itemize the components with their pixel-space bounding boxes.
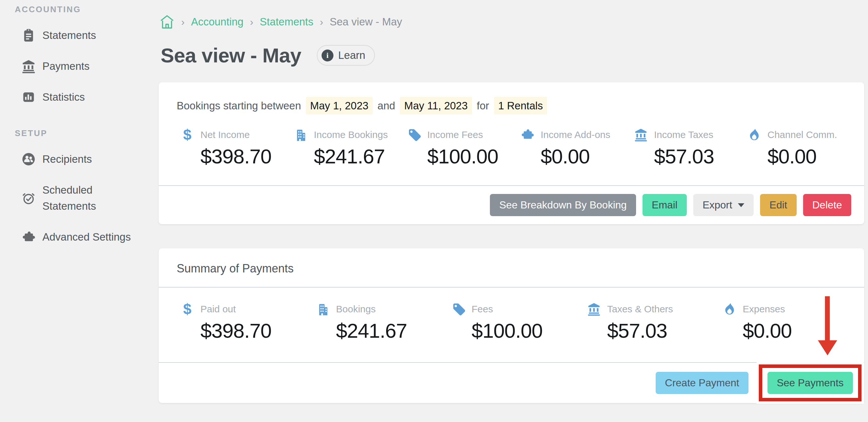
info-icon: i bbox=[321, 50, 334, 61]
alarm-clock-icon bbox=[21, 190, 36, 206]
caret-down-icon bbox=[738, 203, 744, 207]
statement-card: Bookings starting between May 1, 2023 an… bbox=[159, 82, 864, 224]
end-date-value: May 11, 2023 bbox=[400, 97, 472, 114]
statement-stats-row: $ Net Income $398.70 Income Bookings $24… bbox=[159, 114, 864, 168]
sidebar-item-statistics[interactable]: Statistics bbox=[21, 89, 157, 105]
sidebar-item-label: Statements bbox=[42, 27, 96, 44]
tag-icon bbox=[451, 302, 466, 316]
page-title: Sea view - May bbox=[161, 44, 301, 67]
stat-channel-commission: Channel Comm. $0.00 bbox=[747, 128, 860, 168]
payments-actions: Create Payment See Payments bbox=[159, 362, 864, 403]
start-date-value: May 1, 2023 bbox=[306, 97, 373, 114]
sidebar-item-advanced-settings[interactable]: Advanced Settings bbox=[21, 229, 157, 245]
statement-actions: See Breakdown By Booking Email Export Ed… bbox=[159, 186, 864, 224]
learn-button[interactable]: i Learn bbox=[317, 45, 375, 66]
chevron-separator: › bbox=[250, 16, 253, 28]
chevron-separator: › bbox=[320, 16, 323, 28]
stat-net-income: $ Net Income $398.70 bbox=[180, 128, 293, 168]
sidebar-item-recipients[interactable]: Recipients bbox=[21, 151, 157, 167]
puzzle-icon bbox=[520, 128, 535, 142]
payments-summary-card: Summary of Payments $ Paid out $398.70 B… bbox=[159, 248, 864, 403]
see-payments-button[interactable]: See Payments bbox=[768, 372, 853, 394]
puzzle-icon bbox=[21, 229, 36, 245]
red-arrow-annotation bbox=[825, 296, 830, 341]
intro-text: Bookings starting between bbox=[177, 100, 301, 112]
bank-icon bbox=[587, 302, 601, 316]
stat-paid-out: $ Paid out $398.70 bbox=[180, 302, 315, 342]
stat-expenses: Expenses $0.00 bbox=[722, 302, 858, 342]
bank-icon bbox=[633, 128, 648, 142]
delete-button[interactable]: Delete bbox=[803, 194, 851, 216]
sidebar-item-label: Payments bbox=[42, 58, 90, 74]
bar-chart-icon bbox=[21, 89, 36, 105]
sidebar-item-payments[interactable]: Payments bbox=[21, 58, 157, 74]
payments-stats-row: $ Paid out $398.70 Bookings $241.67 bbox=[159, 287, 864, 342]
stat-bookings: Bookings $241.67 bbox=[315, 302, 451, 342]
home-icon[interactable] bbox=[159, 15, 175, 29]
sidebar-item-label: Recipients bbox=[42, 151, 92, 167]
red-highlight-rectangle: See Payments bbox=[759, 364, 862, 401]
stat-fees: Fees $100.00 bbox=[451, 302, 587, 342]
sidebar: ACCOUNTING Statements Payments Statistic… bbox=[0, 0, 157, 422]
sidebar-section-accounting: ACCOUNTING bbox=[15, 4, 157, 15]
sidebar-item-label: Advanced Settings bbox=[42, 229, 131, 245]
statement-period-line: Bookings starting between May 1, 2023 an… bbox=[159, 82, 864, 114]
tag-icon bbox=[407, 128, 422, 142]
spacer bbox=[159, 342, 864, 362]
learn-button-label: Learn bbox=[338, 49, 365, 61]
red-arrow-head-icon bbox=[818, 340, 837, 356]
email-button[interactable]: Email bbox=[643, 194, 687, 216]
users-icon bbox=[21, 151, 36, 167]
flame-icon bbox=[722, 302, 737, 316]
dollar-icon: $ bbox=[180, 128, 195, 142]
sidebar-section-setup: SETUP bbox=[15, 128, 157, 138]
stat-income-taxes: Income Taxes $57.03 bbox=[633, 128, 747, 168]
stat-income-addons: Income Add-ons $0.00 bbox=[520, 128, 633, 168]
building-icon bbox=[293, 128, 308, 142]
stat-income-fees: Income Fees $100.00 bbox=[407, 128, 520, 168]
sidebar-item-label: Scheduled Statements bbox=[42, 182, 145, 214]
export-button[interactable]: Export bbox=[693, 194, 754, 216]
see-breakdown-button[interactable]: See Breakdown By Booking bbox=[490, 194, 636, 216]
breadcrumb-current: Sea view - May bbox=[330, 16, 402, 28]
main-content: › Accounting › Statements › Sea view - M… bbox=[157, 0, 868, 403]
stat-taxes-others: Taxes & Others $57.03 bbox=[587, 302, 722, 342]
app-root: ACCOUNTING Statements Payments Statistic… bbox=[0, 0, 868, 422]
edit-button[interactable]: Edit bbox=[760, 194, 796, 216]
bank-icon bbox=[21, 59, 36, 74]
rentals-count-value: 1 Rentals bbox=[494, 97, 547, 114]
create-payment-button[interactable]: Create Payment bbox=[656, 372, 748, 394]
breadcrumb-accounting[interactable]: Accounting bbox=[191, 16, 244, 28]
sidebar-item-statements[interactable]: Statements bbox=[21, 27, 157, 44]
flame-icon bbox=[747, 128, 762, 142]
breadcrumb-statements[interactable]: Statements bbox=[260, 16, 313, 28]
breadcrumb: › Accounting › Statements › Sea view - M… bbox=[159, 15, 868, 29]
building-icon bbox=[315, 302, 330, 316]
dollar-icon: $ bbox=[180, 302, 195, 316]
intro-text: for bbox=[477, 100, 489, 112]
payments-card-title: Summary of Payments bbox=[159, 248, 864, 287]
title-row: Sea view - May i Learn bbox=[161, 44, 868, 67]
clipboard-icon bbox=[21, 28, 36, 43]
sidebar-item-scheduled-statements[interactable]: Scheduled Statements bbox=[21, 182, 157, 214]
intro-text: and bbox=[377, 100, 395, 112]
sidebar-item-label: Statistics bbox=[42, 89, 85, 105]
chevron-separator: › bbox=[181, 16, 185, 28]
stat-income-bookings: Income Bookings $241.67 bbox=[293, 128, 407, 168]
